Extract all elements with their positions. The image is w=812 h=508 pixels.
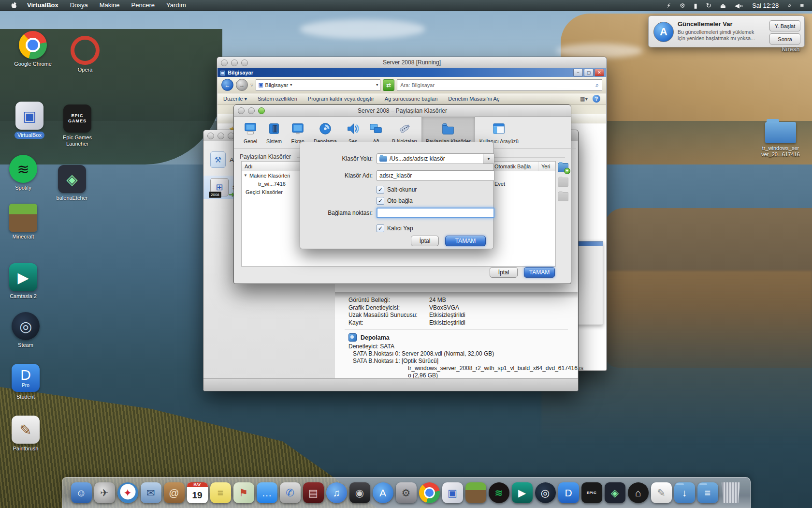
dock-icon-documents-folder[interactable]: ≡ (697, 482, 718, 503)
share-ok-button[interactable]: TAMAM (445, 236, 486, 246)
dock-icon-spotify[interactable]: ≋ (489, 482, 509, 503)
desktop-icon-opera[interactable]: Opera (62, 36, 108, 73)
tab-sistem[interactable]: Sistem (262, 117, 286, 149)
menubar-clock[interactable]: Sal 12:28 (747, 2, 783, 9)
explorer-menu-2[interactable]: Sistem özellikleri (258, 96, 297, 102)
menu-pencere[interactable]: Pencere (126, 0, 160, 11)
storage-section-header[interactable]: Depolama (348, 333, 390, 342)
battery-icon[interactable]: ▮ (690, 2, 702, 9)
later-button[interactable]: Sonra (769, 33, 800, 45)
dock-icon-dpro-student[interactable]: D (558, 482, 579, 503)
dock-icon-steam[interactable]: ◎ (535, 482, 556, 503)
restart-button[interactable]: Y. Başlat (769, 20, 800, 31)
settings-ok-button[interactable]: TAMAM (524, 267, 555, 278)
usb-device-icon[interactable]: ⚡ (662, 2, 675, 9)
dock-icon-notes[interactable]: ≡ (210, 482, 231, 503)
dock-icon-camtasia[interactable]: ▶ (512, 482, 533, 503)
dock-icon-dvd-player[interactable]: ◉ (349, 482, 370, 503)
dock-icon-itunes[interactable]: ♫ (326, 482, 347, 503)
desktop-icon-google-chrome[interactable]: Google Chrome (10, 31, 56, 67)
desktop-icon-epic-games-launcher[interactable]: EPICGAMESEpic Games Launcher (54, 105, 101, 147)
minimize-button[interactable] (218, 133, 224, 139)
explorer-menu-1[interactable]: Düzenle ▾ (223, 96, 247, 102)
mount-point-field[interactable] (377, 208, 494, 218)
views-icon[interactable]: ▦▾ (580, 96, 588, 102)
dock-icon-trash[interactable] (721, 482, 741, 503)
dock-icon-app-store[interactable]: A (373, 482, 393, 503)
automount-checkbox-row[interactable]: ✓ Oto-bağla (377, 197, 413, 205)
checkbox-checked-icon[interactable]: ✓ (377, 224, 384, 232)
dock-icon-system-preferences[interactable]: ⚙ (396, 482, 417, 503)
minimize-button[interactable] (231, 60, 238, 66)
dock-icon-minecraft[interactable] (465, 482, 486, 503)
desktop-icon-minecraft[interactable]: Minecraft (0, 204, 46, 240)
dock-icon-contacts[interactable]: @ (164, 482, 185, 503)
dock-icon-calendar[interactable]: MAY19 (187, 482, 208, 503)
tree-expander-icon[interactable]: ▼ (244, 173, 247, 178)
zoom-button[interactable] (241, 60, 248, 66)
dock-icon-launchpad[interactable]: ✈ (94, 482, 115, 503)
minimize-button[interactable] (248, 107, 255, 114)
maximize-button[interactable]: ▢ (584, 69, 594, 76)
column-header-yeri[interactable]: Yeri (538, 162, 555, 171)
checkbox-checked-icon[interactable]: ✓ (377, 186, 384, 194)
minimize-button[interactable]: – (573, 69, 583, 76)
apple-menu[interactable] (7, 1, 21, 9)
close-button[interactable] (238, 107, 245, 114)
explorer-titlebar[interactable]: ▣ Bilgisayar –▢✕ (218, 68, 606, 77)
history-dropdown-icon[interactable]: ▽ (250, 83, 253, 87)
settings-dialog-titlebar[interactable]: Server 2008 – Paylaşılan Klasörler (234, 105, 571, 117)
checkbox-checked-icon[interactable]: ✓ (377, 197, 384, 205)
readonly-checkbox-row[interactable]: ✓ Salt-okunur (377, 186, 417, 194)
tab-genel[interactable]: Genel (239, 117, 262, 149)
dock-icon-maps[interactable]: ⚑ (233, 482, 254, 503)
menu-yardım[interactable]: Yardım (160, 0, 192, 11)
explorer-menu-4[interactable]: Ağ sürücüsüne bağlan (385, 96, 437, 102)
dock-icon-downloads-folder[interactable]: ↓ (674, 482, 695, 503)
desktop-icon-spotify[interactable]: ≋Spotify (0, 155, 46, 191)
dock-icon-mail[interactable]: ✉ (141, 482, 161, 503)
search-input[interactable]: Ara: Bilgisayar ⌕ (397, 79, 602, 91)
desktop-icon-steam[interactable]: ◎Steam (2, 312, 49, 348)
zoom-button[interactable] (258, 107, 265, 114)
desktop-icon-camtasia-2[interactable]: ▶Camtasia 2 (0, 263, 46, 299)
dock-icon-messages[interactable]: … (257, 482, 277, 503)
dock-icon-google-chrome[interactable] (419, 482, 440, 503)
dock-icon-textedit[interactable]: ✎ (651, 482, 672, 503)
dock-icon-balena-etcher[interactable]: ◈ (605, 482, 625, 503)
desktop-icon-paintbrush[interactable]: ✎Paintbrush (2, 416, 49, 452)
explorer-menu-3[interactable]: Program kaldır veya değiştir (308, 96, 374, 102)
dock-icon-photo-booth[interactable]: ▤ (303, 482, 324, 503)
forward-button[interactable]: → (236, 79, 248, 91)
menu-virtualbox[interactable]: VirtualBox (21, 0, 64, 11)
settings-cancel-button[interactable]: İptal (490, 267, 518, 278)
desktop-icon-iso-folder[interactable]: tr_windows_ser ver_20...617416 (752, 122, 810, 158)
desktop-icon-dpro-student[interactable]: DProStudent (2, 364, 49, 400)
folder-name-field[interactable]: adsız_klasör (377, 170, 494, 181)
spotlight-icon[interactable]: ⌕ (783, 1, 796, 9)
column-header-otomatik-ba-la[interactable]: Otomatik Bağla (492, 162, 538, 171)
eject-icon[interactable]: ⏏ (716, 2, 730, 9)
back-button[interactable]: ← (221, 79, 233, 91)
close-button[interactable] (221, 60, 228, 66)
sidebar-tools-entry[interactable]: ⚒ Ar (210, 151, 236, 168)
close-button[interactable]: ✕ (594, 69, 604, 76)
gear-icon[interactable]: ⚙ (675, 2, 690, 9)
dock-icon-facetime[interactable]: ✆ (280, 482, 301, 503)
help-icon[interactable]: ? (593, 95, 600, 103)
volume-icon[interactable]: ◀» (730, 2, 747, 9)
folder-path-combo[interactable]: /Us...ads/adsız klasör ▼ (377, 153, 494, 164)
combo-dropdown-button[interactable]: ▼ (483, 154, 494, 164)
refresh-button[interactable]: ⇄ (383, 79, 394, 91)
dock-icon-finder[interactable]: ☺ (71, 482, 92, 503)
menu-dosya[interactable]: Dosya (64, 0, 94, 11)
explorer-menu-5[interactable]: Denetim Masası'nı Aç (448, 96, 499, 102)
share-cancel-button[interactable]: İptal (411, 236, 439, 246)
permanent-checkbox-row[interactable]: ✓ Kalıcı Yap (377, 224, 413, 232)
breadcrumb[interactable]: ▣ Bilgisayar ▾ ▾ (256, 79, 380, 91)
dock-icon-epic-games[interactable]: EPIC (581, 482, 602, 503)
add-share-button[interactable]: + (558, 163, 568, 172)
notification-center-icon[interactable]: ≡ (796, 2, 808, 9)
close-button[interactable] (207, 133, 214, 139)
vm-window-titlebar[interactable]: Server 2008 [Running] (217, 57, 607, 68)
